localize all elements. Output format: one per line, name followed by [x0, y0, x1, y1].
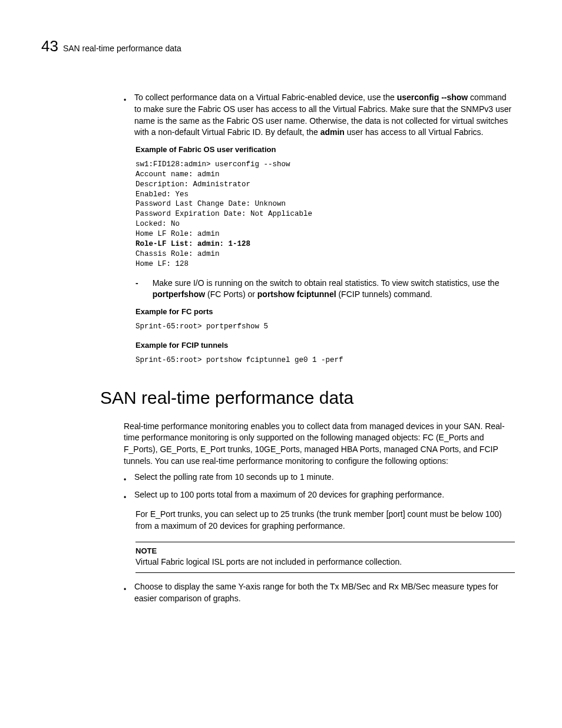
- text: user has access to all Virtual Fabrics.: [345, 127, 484, 137]
- sub-paragraph-trunks: For E_Port trunks, you can select up to …: [135, 509, 515, 532]
- chapter-title: SAN real-time performance data: [63, 43, 181, 55]
- bullet-ports: Select up to 100 ports total from a maxi…: [124, 489, 515, 503]
- example-fcip-label: Example for FCIP tunnels: [135, 340, 515, 351]
- admin-word: admin: [320, 127, 345, 137]
- sub-bullet-text: Make sure I/O is running on the switch t…: [153, 278, 515, 301]
- bullet-text: To collect performance data on a Virtual…: [134, 92, 515, 138]
- code-bold-line: Role-LF List: admin: 1-128: [135, 240, 250, 248]
- example-fabric-label: Example of Fabric OS user verification: [135, 144, 515, 155]
- page-header: 43 SAN real-time performance data: [41, 35, 521, 57]
- text: (FC Ports) or: [205, 289, 257, 299]
- note-label: NOTE: [135, 546, 515, 556]
- bullet-userconfig: To collect performance data on a Virtual…: [124, 92, 515, 138]
- bullet-polling-rate: Select the polling rate from 10 seconds …: [124, 472, 515, 486]
- note-box: NOTE Virtual Fabric logical ISL ports ar…: [135, 542, 515, 574]
- code-block-fcip: Sprint-65:root> portshow fciptunnel ge0 …: [135, 355, 515, 365]
- bullet-dot-icon: [124, 92, 127, 138]
- cmd-portperfshow: portperfshow: [153, 289, 205, 299]
- example-fc-label: Example for FC ports: [135, 307, 515, 317]
- code-text: Chassis Role: admin Home LF: 128: [135, 250, 220, 268]
- cmd-portshow: portshow fciptunnel: [257, 289, 336, 299]
- cmd-userconfig: userconfig --show: [397, 93, 468, 102]
- bullet-yaxis: Choose to display the same Y-axis range …: [124, 581, 515, 604]
- content-area: To collect performance data on a Virtual…: [124, 92, 515, 604]
- note-text: Virtual Fabric logical ISL ports are not…: [135, 556, 515, 568]
- chapter-number: 43: [41, 35, 58, 57]
- bullet-text: Select up to 100 ports total from a maxi…: [134, 489, 515, 503]
- bullet-dot-icon: [124, 472, 127, 486]
- dash-icon: -: [135, 278, 138, 301]
- intro-paragraph: Real-time performance monitoring enables…: [124, 421, 515, 467]
- text: (FCIP tunnels) command.: [336, 289, 432, 299]
- bullet-dot-icon: [124, 581, 127, 604]
- page: 43 SAN real-time performance data To col…: [0, 0, 562, 644]
- text: Make sure I/O is running on the switch t…: [153, 278, 500, 288]
- bullet-text: Choose to display the same Y-axis range …: [134, 581, 515, 604]
- sub-bullet-io: - Make sure I/O is running on the switch…: [135, 278, 515, 301]
- text: To collect performance data on a Virtual…: [134, 93, 397, 102]
- code-block-fc: Sprint-65:root> portperfshow 5: [135, 322, 515, 332]
- code-block-userconfig: sw1:FID128:admin> userconfig --show Acco…: [135, 160, 515, 269]
- bullet-dot-icon: [124, 489, 127, 503]
- section-heading: SAN real-time performance data: [100, 386, 515, 410]
- code-text: sw1:FID128:admin> userconfig --show Acco…: [135, 160, 312, 238]
- bullet-text: Select the polling rate from 10 seconds …: [134, 472, 515, 486]
